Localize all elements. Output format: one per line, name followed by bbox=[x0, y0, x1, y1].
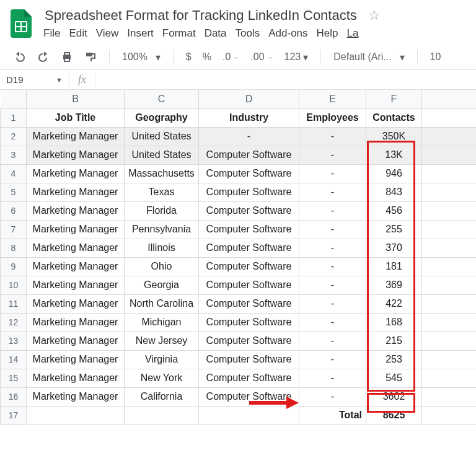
cell[interactable]: Marketing Manager bbox=[27, 350, 125, 369]
cell[interactable]: - bbox=[299, 201, 366, 220]
column-header[interactable] bbox=[422, 90, 477, 108]
row-header[interactable]: 3 bbox=[1, 146, 27, 164]
cell[interactable]: Computer Software bbox=[199, 183, 299, 201]
cell[interactable] bbox=[422, 220, 477, 239]
cell[interactable]: Computer Software bbox=[199, 164, 299, 183]
cell[interactable]: Marketing Manager bbox=[27, 276, 125, 294]
row-header[interactable]: 5 bbox=[1, 183, 27, 201]
cell[interactable] bbox=[422, 183, 477, 201]
cell[interactable] bbox=[125, 406, 199, 424]
cell[interactable]: - bbox=[299, 239, 366, 257]
menu-file[interactable]: File bbox=[43, 27, 60, 40]
column-header[interactable]: C bbox=[125, 90, 199, 108]
cell[interactable] bbox=[422, 257, 477, 276]
menu-tools[interactable]: Tools bbox=[236, 27, 260, 40]
cell[interactable]: Marketing Manager bbox=[27, 220, 125, 239]
number-format-select[interactable]: 123▾ bbox=[281, 49, 312, 66]
total-label[interactable]: Total bbox=[299, 406, 366, 424]
cell[interactable]: - bbox=[299, 369, 366, 387]
cell[interactable] bbox=[27, 406, 125, 424]
cell[interactable]: Computer Software bbox=[199, 332, 299, 350]
name-box[interactable]: D19▼ bbox=[0, 70, 69, 89]
cell[interactable]: 946 bbox=[366, 164, 422, 183]
font-select[interactable]: Default (Ari... ▾ bbox=[330, 49, 408, 66]
cell[interactable]: 370 bbox=[366, 239, 422, 257]
cell[interactable] bbox=[199, 406, 299, 424]
cell[interactable]: United States bbox=[125, 127, 199, 146]
cell[interactable]: Computer Software bbox=[199, 146, 299, 164]
row-header[interactable]: 10 bbox=[1, 276, 27, 294]
cell[interactable]: - bbox=[299, 332, 366, 350]
cell[interactable]: - bbox=[299, 294, 366, 313]
undo-icon[interactable] bbox=[10, 48, 30, 66]
cell[interactable]: - bbox=[299, 276, 366, 294]
column-header[interactable]: E bbox=[299, 90, 366, 108]
menu-edit[interactable]: Edit bbox=[69, 27, 87, 40]
row-header[interactable]: 11 bbox=[1, 294, 27, 313]
star-icon[interactable]: ☆ bbox=[368, 7, 381, 24]
dec-decrease-icon[interactable]: .0← bbox=[219, 49, 243, 65]
redo-icon[interactable] bbox=[33, 48, 53, 66]
cell[interactable]: Georgia bbox=[125, 276, 199, 294]
cell[interactable]: - bbox=[299, 387, 366, 406]
row-header[interactable]: 1 bbox=[1, 108, 27, 127]
cell[interactable]: 255 bbox=[366, 220, 422, 239]
row-header[interactable]: 8 bbox=[1, 239, 27, 257]
cell[interactable]: Computer Software bbox=[199, 294, 299, 313]
header-job-title[interactable]: Job Title bbox=[27, 108, 125, 127]
cell[interactable] bbox=[422, 276, 477, 294]
menu-addons[interactable]: Add-ons bbox=[268, 27, 307, 40]
cell[interactable]: Marketing Manager bbox=[27, 257, 125, 276]
row-header[interactable]: 4 bbox=[1, 164, 27, 183]
cell[interactable]: Marketing Manager bbox=[27, 369, 125, 387]
paint-format-icon[interactable] bbox=[81, 48, 100, 66]
cell[interactable]: Texas bbox=[125, 183, 199, 201]
cell[interactable]: United States bbox=[125, 146, 199, 164]
menu-help[interactable]: Help bbox=[317, 27, 338, 40]
cell[interactable]: Marketing Manager bbox=[27, 164, 125, 183]
cell[interactable]: New York bbox=[125, 369, 199, 387]
cell[interactable] bbox=[422, 146, 477, 164]
cell[interactable]: 350K bbox=[366, 127, 422, 146]
cell[interactable]: - bbox=[299, 164, 366, 183]
cell[interactable]: 422 bbox=[366, 294, 422, 313]
cell[interactable] bbox=[422, 108, 477, 127]
cell[interactable]: California bbox=[125, 387, 199, 406]
cell[interactable]: Computer Software bbox=[199, 201, 299, 220]
cell[interactable]: 456 bbox=[366, 201, 422, 220]
cell[interactable]: Michigan bbox=[125, 313, 199, 332]
cell[interactable]: - bbox=[299, 127, 366, 146]
cell[interactable]: 13K bbox=[366, 146, 422, 164]
row-header[interactable]: 9 bbox=[1, 257, 27, 276]
cell[interactable]: Computer Software bbox=[199, 257, 299, 276]
cell[interactable]: - bbox=[199, 127, 299, 146]
percent-button[interactable]: % bbox=[199, 49, 215, 65]
cell[interactable]: 3602 bbox=[366, 387, 422, 406]
cell[interactable]: - bbox=[299, 183, 366, 201]
cell[interactable]: Computer Software bbox=[199, 369, 299, 387]
cell[interactable]: Computer Software bbox=[199, 276, 299, 294]
cell[interactable]: New Jersey bbox=[125, 332, 199, 350]
cell[interactable]: - bbox=[299, 146, 366, 164]
cell[interactable]: 215 bbox=[366, 332, 422, 350]
cell[interactable]: Virginia bbox=[125, 350, 199, 369]
row-header[interactable]: 14 bbox=[1, 350, 27, 369]
row-header[interactable]: 17 bbox=[1, 406, 27, 424]
header-geography[interactable]: Geography bbox=[125, 108, 199, 127]
menu-view[interactable]: View bbox=[96, 27, 119, 40]
zoom-select[interactable]: 100% ▾ bbox=[118, 49, 164, 66]
cell[interactable]: Pennsylvania bbox=[125, 220, 199, 239]
cell[interactable]: Massachusetts bbox=[125, 164, 199, 183]
cell[interactable]: - bbox=[299, 220, 366, 239]
row-header[interactable]: 16 bbox=[1, 387, 27, 406]
cell[interactable]: - bbox=[299, 313, 366, 332]
cell[interactable] bbox=[422, 332, 477, 350]
cell[interactable]: Marketing Manager bbox=[27, 239, 125, 257]
spreadsheet-grid[interactable]: BCDEF 1 Job Title Geography Industry Emp… bbox=[0, 90, 476, 425]
cell[interactable]: 545 bbox=[366, 369, 422, 387]
cell[interactable]: 181 bbox=[366, 257, 422, 276]
cell[interactable] bbox=[422, 201, 477, 220]
cell[interactable]: Computer Software bbox=[199, 239, 299, 257]
cell[interactable] bbox=[422, 313, 477, 332]
cell[interactable] bbox=[422, 369, 477, 387]
